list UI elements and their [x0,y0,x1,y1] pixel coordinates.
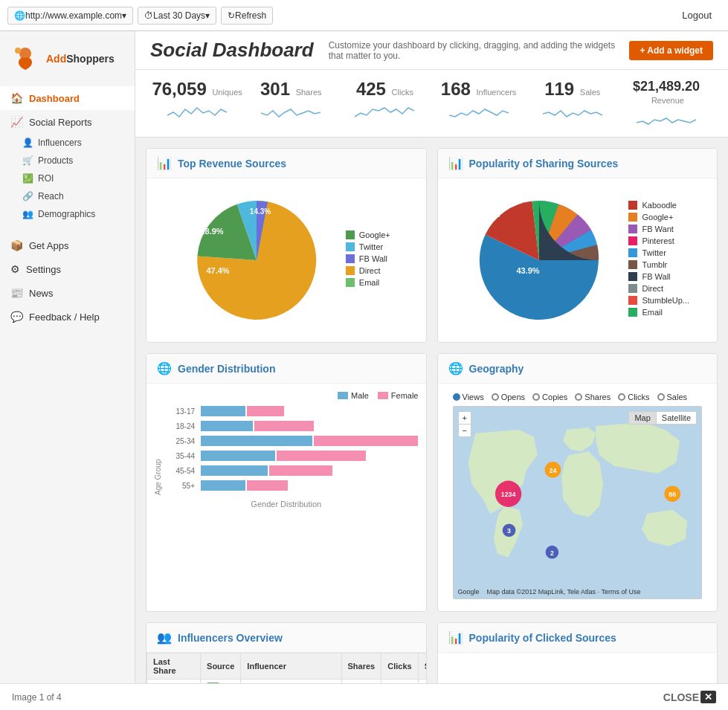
date-arrow: ▾ [205,10,210,21]
svg-text:14.3%: 14.3% [250,207,271,216]
widget-title-popularity-clicked: Popularity of Clicked Sources [469,632,616,644]
stat-influencers: 168 Influencers [432,76,526,131]
map-btn-map[interactable]: Map [629,412,656,424]
top-revenue-body: 47.4% 28.9% 14.3% Google+ Twitter [146,178,426,342]
widget-gender-dist: 🌐 Gender Distribution Male Female [146,353,427,612]
top-revenue-legend: Google+ Twitter FB Wall Direct [346,230,390,290]
shares-sparkline [244,100,338,122]
legend-item-fbwant: FB Want [628,225,689,233]
widget-title-top-revenue: Top Revenue Sources [178,158,286,170]
y-axis-label: Age Group [154,406,162,495]
legend-male: Male [338,391,369,400]
legend-item-email: Email [346,278,390,287]
stat-sales: 119 Sales [526,76,619,131]
logout-button[interactable]: Logout [673,7,721,24]
geo-option-opens[interactable]: Opens [492,393,525,401]
revenue-sparkline [619,106,713,128]
sidebar-item-roi[interactable]: 💹 ROI [0,170,135,187]
sidebar-item-products[interactable]: 🛒 Products [0,152,135,170]
zoom-in-button[interactable]: + [459,412,471,425]
shares-number: 301 [260,79,290,99]
sidebar-label-social-reports: Social Reports [29,117,92,128]
legend-item-googleplus2: Google+ [628,213,689,222]
uniques-sparkline [150,100,244,122]
sidebar-item-influencers[interactable]: 👤 Influencers [0,134,135,152]
bar-female-4554 [269,465,332,476]
sidebar-item-reach[interactable]: 🔗 Reach [0,187,135,205]
date-range-selector[interactable]: ⏱ Last 30 Days ▾ [138,7,216,25]
legend-item-stumbleupon: StumbleUp... [628,296,689,305]
sidebar-item-demographics[interactable]: 👥 Demographics [0,205,135,223]
legend-color-twitter [346,242,355,251]
zoom-out-button[interactable]: − [459,425,471,436]
refresh-button[interactable]: ↻ Refresh [221,7,273,25]
legend-color-kaboodle [628,201,637,210]
map-zoom: + − [458,411,471,437]
geo-option-clicks[interactable]: Clicks [618,393,649,401]
influencers-sparkline [432,100,526,122]
radio-copies [532,393,540,401]
products-icon: 🛒 [22,155,33,166]
legend-color-tumblr [628,260,637,269]
logo-icon: + [10,45,40,74]
influencers-icon: 👤 [22,138,33,148]
geo-option-sales[interactable]: Sales [657,393,688,401]
legend-color-female [378,392,388,399]
widgets-grid: 📊 Top Revenue Sources [135,138,728,710]
uniques-label: Uniques [212,88,242,97]
url-selector[interactable]: 🌐 http://www.example.com ▾ [7,7,133,25]
sidebar-label-news: News [29,288,54,299]
chart-icon: 📊 [157,156,172,170]
legend-color-direct [346,266,355,275]
date-range-text: Last 30 Days [153,10,205,21]
bar-chart-inner: Age Group 13-17 18-24 [154,406,419,495]
legend-color-email [346,278,355,287]
widget-header-top-revenue: 📊 Top Revenue Sources [146,149,426,178]
map-btn-satellite[interactable]: Satellite [657,412,696,424]
widget-title-gender-dist: Gender Distribution [178,363,275,375]
settings-icon: ⚙ [10,263,20,275]
radio-views [453,393,460,401]
sidebar-item-social-reports[interactable]: 📈 Social Reports [0,110,135,134]
sidebar-item-dashboard[interactable]: 🏠 Dashboard [0,86,135,110]
close-button[interactable]: CLOSE ✕ [663,691,716,703]
refresh-icon: ↻ [228,10,235,21]
sidebar-label-dashboard: Dashboard [29,93,80,104]
top-bar: 🌐 http://www.example.com ▾ ⏱ Last 30 Day… [0,0,728,31]
svg-text:86: 86 [669,491,676,498]
sales-label: Sales [580,88,601,97]
legend-item-googleplus: Google+ [346,230,390,239]
globe-icon: 🌐 [14,10,25,21]
sidebar-item-get-apps[interactable]: 📦 Get Apps [0,233,135,257]
map-controls: Map Satellite [628,411,697,425]
sidebar-item-feedback[interactable]: 💬 Feedback / Help [0,305,135,329]
sharing-icon: 📊 [448,156,463,170]
legend-item-pinterest: Pinterest [628,236,689,245]
url-text: http://www.example.com [25,10,122,21]
sidebar-item-news[interactable]: 📰 News [0,281,135,305]
stat-shares: 301 Shares [244,76,338,131]
geo-option-views[interactable]: Views [453,393,484,401]
stat-uniques: 76,059 Uniques [150,76,244,131]
sidebar-item-settings[interactable]: ⚙ Settings [0,257,135,281]
svg-text:1234: 1234 [500,491,515,498]
logo: + AddShoppers [0,39,135,86]
svg-text:2: 2 [550,549,553,557]
influencers-number: 168 [441,79,471,99]
feedback-icon: 💬 [10,311,23,323]
legend-color-direct2 [628,284,637,293]
main-content: Social Dashboard Customize your dashboar… [135,31,728,710]
legend-item-twitter: Twitter [346,242,390,251]
svg-point-1 [15,48,21,54]
bar-row-1317: 13-17 [165,406,419,416]
geo-option-copies[interactable]: Copies [532,393,567,401]
reach-icon: 🔗 [22,191,33,201]
geo-option-shares[interactable]: Shares [575,393,611,401]
legend-item-direct: Direct [346,266,390,275]
widget-header-gender-dist: 🌐 Gender Distribution [146,354,426,384]
legend-color-googleplus [346,230,355,239]
get-apps-icon: 📦 [10,239,23,251]
add-widget-button[interactable]: + Add a widget [629,41,713,60]
radio-opens [492,393,499,401]
gender-icon: 🌐 [157,361,172,375]
